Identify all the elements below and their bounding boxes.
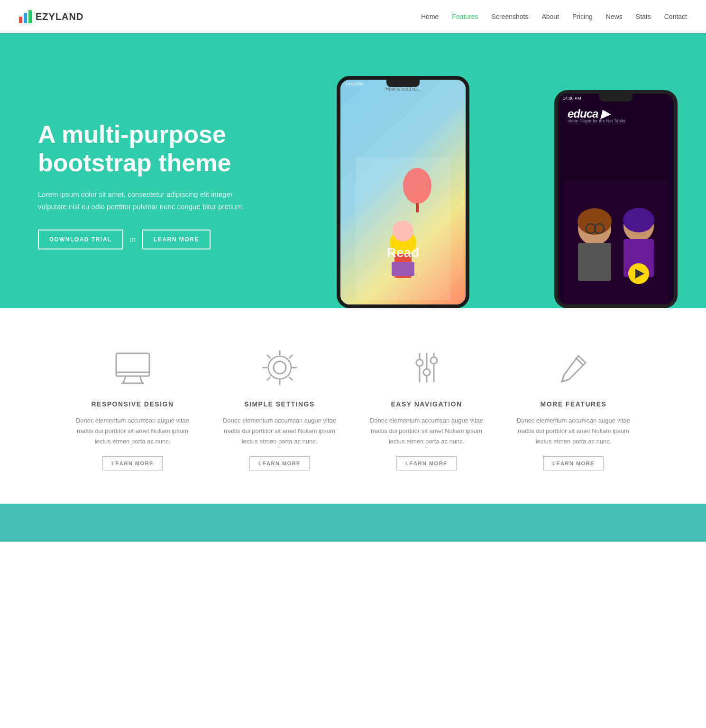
pencil-icon bbox=[552, 346, 595, 389]
hero-image: 14:06 PM Rea bbox=[318, 57, 706, 308]
feature-card-settings: SIMPLE SETTINGS Donec elementum accumsan… bbox=[216, 346, 344, 470]
phone-time-back: 14:06 PM bbox=[345, 82, 364, 86]
phone-time-front: 14:06 PM bbox=[563, 96, 581, 101]
nav-link-about[interactable]: About bbox=[541, 13, 559, 20]
feature-btn-responsive[interactable]: LEARN MORE bbox=[102, 456, 163, 470]
logo-bar-2 bbox=[24, 13, 27, 23]
nav-item-pricing[interactable]: Pricing bbox=[572, 12, 593, 21]
phone-illustration-back: Read bbox=[356, 157, 450, 300]
logo-icon bbox=[19, 10, 32, 23]
feature-card-more: MORE FEATURES Donec elementum accumsan a… bbox=[510, 346, 638, 470]
nav-link-home[interactable]: Home bbox=[421, 13, 439, 20]
feature-title-more: MORE FEATURES bbox=[541, 400, 607, 408]
logo[interactable]: EZYLAND bbox=[19, 10, 83, 23]
logo-text: EZYLAND bbox=[36, 11, 83, 22]
nav-link-pricing[interactable]: Pricing bbox=[572, 13, 593, 20]
nav-item-screenshots[interactable]: Screenshots bbox=[492, 12, 529, 21]
nav-item-stats[interactable]: Stats bbox=[636, 12, 651, 21]
phone-subtitle-back: How to read ru... bbox=[385, 86, 421, 92]
hero-buttons: DOWNLOAD TRIAL or LEARN MORE bbox=[38, 230, 275, 249]
feature-desc-navigation: Donec elementum accumsan augue vitae mat… bbox=[363, 415, 491, 447]
logo-bar-1 bbox=[19, 17, 22, 23]
nav-link-stats[interactable]: Stats bbox=[636, 13, 651, 20]
svg-line-22 bbox=[140, 376, 142, 383]
feature-title-responsive: RESPONSIVE DESIGN bbox=[91, 400, 174, 408]
svg-point-31 bbox=[423, 369, 430, 376]
phone-back: 14:06 PM Rea bbox=[337, 76, 469, 308]
hero-or-text: or bbox=[130, 236, 136, 243]
phone-status-back: 14:06 PM bbox=[345, 82, 461, 86]
feature-desc-more: Donec elementum accumsan augue vitae mat… bbox=[510, 415, 638, 447]
hero-content: A multi-purpose bootstrap theme Lorem ip… bbox=[38, 120, 275, 250]
footer-bar bbox=[0, 504, 706, 542]
svg-point-26 bbox=[268, 356, 291, 379]
nav-item-home[interactable]: Home bbox=[421, 12, 439, 21]
nav-link-contact[interactable]: Contact bbox=[664, 13, 687, 20]
svg-rect-2 bbox=[416, 203, 419, 212]
svg-point-16 bbox=[623, 208, 654, 232]
navbar: EZYLAND Home Features Screenshots About … bbox=[0, 0, 706, 33]
svg-rect-6 bbox=[392, 262, 414, 276]
svg-point-25 bbox=[274, 361, 286, 374]
features-section: RESPONSIVE DESIGN Donec elementum accums… bbox=[0, 308, 706, 504]
hero-title: A multi-purpose bootstrap theme bbox=[38, 120, 275, 177]
nav-link-news[interactable]: News bbox=[606, 13, 623, 20]
feature-title-navigation: EASY NAVIGATION bbox=[391, 400, 462, 408]
phone-front: 14:06 PM educa ▶ Video Player for the Ne… bbox=[554, 90, 678, 308]
monitor-icon bbox=[111, 346, 154, 389]
feature-desc-responsive: Donec elementum accumsan augue vitae mat… bbox=[69, 415, 197, 447]
svg-point-5 bbox=[393, 221, 413, 241]
phone-screen-back: 14:06 PM Rea bbox=[340, 80, 466, 304]
phone-screen-front: 14:06 PM educa ▶ Video Player for the Ne… bbox=[558, 94, 674, 304]
feature-btn-more[interactable]: LEARN MORE bbox=[543, 456, 604, 470]
feature-title-settings: SIMPLE SETTINGS bbox=[244, 400, 315, 408]
feature-btn-navigation[interactable]: LEARN MORE bbox=[396, 456, 457, 470]
nav-item-news[interactable]: News bbox=[606, 12, 623, 21]
nav-item-contact[interactable]: Contact bbox=[664, 12, 687, 21]
educa-subtitle: Video Player for the Net Tablet bbox=[568, 119, 625, 123]
svg-line-21 bbox=[123, 376, 126, 383]
svg-point-32 bbox=[431, 357, 437, 364]
features-grid: RESPONSIVE DESIGN Donec elementum accums… bbox=[69, 346, 638, 470]
hero-section: A multi-purpose bootstrap theme Lorem ip… bbox=[0, 33, 706, 308]
feature-card-navigation: EASY NAVIGATION Donec elementum accumsan… bbox=[363, 346, 491, 470]
nav-item-about[interactable]: About bbox=[541, 12, 559, 21]
settings-icon bbox=[258, 346, 301, 389]
nav-item-features[interactable]: Features bbox=[452, 12, 478, 21]
sliders-icon bbox=[405, 346, 448, 389]
nav-link-screenshots[interactable]: Screenshots bbox=[492, 13, 529, 20]
phone-illustration-front bbox=[564, 181, 668, 304]
download-trial-button[interactable]: DOWNLOAD TRIAL bbox=[38, 230, 123, 249]
svg-rect-11 bbox=[578, 243, 611, 281]
feature-desc-settings: Donec elementum accumsan augue vitae mat… bbox=[216, 415, 344, 447]
nav-link-features[interactable]: Features bbox=[452, 13, 478, 20]
logo-bar-3 bbox=[28, 10, 32, 23]
svg-point-1 bbox=[403, 168, 431, 204]
nav-links: Home Features Screenshots About Pricing … bbox=[421, 12, 687, 21]
feature-card-responsive: RESPONSIVE DESIGN Donec elementum accums… bbox=[69, 346, 197, 470]
phone-container: 14:06 PM Rea bbox=[318, 57, 706, 308]
svg-text:Read: Read bbox=[387, 245, 419, 260]
feature-btn-settings[interactable]: LEARN MORE bbox=[249, 456, 310, 470]
learn-more-button[interactable]: LEARN MORE bbox=[142, 230, 211, 249]
hero-description: Lorem ipsum dolor sit amet, consectetur … bbox=[38, 188, 247, 212]
svg-point-30 bbox=[416, 359, 423, 366]
phone-status-front: 14:06 PM bbox=[563, 96, 669, 101]
